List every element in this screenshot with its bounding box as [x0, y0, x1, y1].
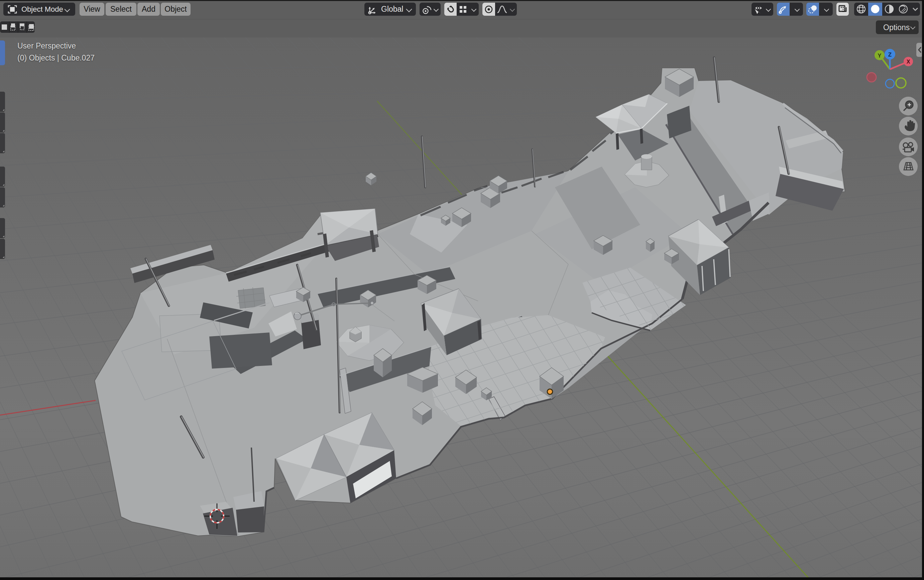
- svg-text:Z: Z: [888, 51, 891, 58]
- svg-text:Y: Y: [878, 53, 881, 59]
- svg-text:X: X: [907, 59, 910, 64]
